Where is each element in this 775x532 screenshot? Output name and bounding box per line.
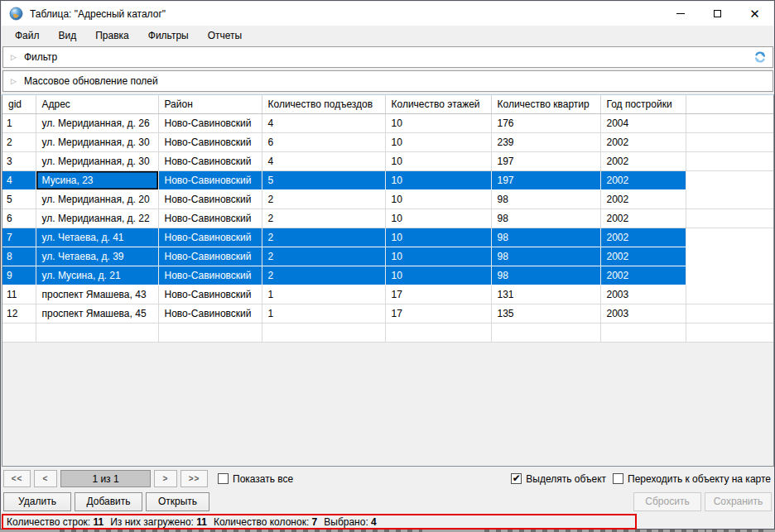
table-cell[interactable]: Мусина, 23 <box>36 170 158 189</box>
filter-panel-header[interactable]: ▷ Фильтр <box>2 46 773 68</box>
table-cell[interactable]: 2002 <box>600 151 686 170</box>
minimize-button[interactable] <box>662 2 699 26</box>
table-cell[interactable]: Ново-Савиновский <box>158 208 262 228</box>
table-cell[interactable]: 10 <box>385 170 491 189</box>
table-cell[interactable]: Ново-Савиновский <box>158 266 262 285</box>
table-cell[interactable]: 17 <box>385 304 491 323</box>
table-cell[interactable]: 6 <box>262 132 385 151</box>
table-cell[interactable]: ул. Меридианная, д. 22 <box>36 208 158 228</box>
table-cell[interactable]: Ново-Савиновский <box>158 304 262 323</box>
table-cell[interactable]: 8 <box>2 247 36 266</box>
close-button[interactable]: ✕ <box>736 2 773 26</box>
table-cell[interactable]: 3 <box>2 151 36 170</box>
table-cell[interactable]: 2 <box>2 132 36 151</box>
menu-item-2[interactable]: Правка <box>89 27 135 44</box>
show-all-checkbox[interactable] <box>218 473 229 484</box>
table-cell[interactable]: 10 <box>385 208 491 228</box>
table-cell[interactable] <box>36 323 158 342</box>
table-cell[interactable]: ул. Четаева, д. 39 <box>36 247 158 266</box>
column-header[interactable]: Адрес <box>36 95 158 113</box>
table-cell[interactable]: 10 <box>385 113 491 132</box>
table-cell[interactable]: 2003 <box>600 304 686 323</box>
table-cell[interactable]: 135 <box>491 304 600 323</box>
table-cell[interactable]: ул. Меридианная, д. 26 <box>36 113 158 132</box>
table-cell[interactable]: 17 <box>385 285 491 304</box>
menu-item-4[interactable]: Отчеты <box>202 27 248 44</box>
add-button[interactable]: Добавить <box>75 492 142 511</box>
save-button[interactable]: Сохранить <box>705 492 772 511</box>
table-cell[interactable]: Ново-Савиновский <box>158 189 262 208</box>
column-header[interactable]: Количество этажей <box>385 95 491 113</box>
table-cell[interactable]: ул. Четаева, д. 41 <box>36 228 158 247</box>
table-cell[interactable]: проспект Ямашева, 43 <box>36 285 158 304</box>
table-cell[interactable]: 9 <box>2 266 36 285</box>
column-header[interactable]: Количество квартир <box>491 95 600 113</box>
table-cell[interactable]: 2 <box>262 266 385 285</box>
column-header[interactable]: Количество подъездов <box>262 95 385 113</box>
open-button[interactable]: Открыть <box>146 492 209 511</box>
table-cell[interactable] <box>2 323 36 342</box>
table-cell[interactable]: Ново-Савиновский <box>158 132 262 151</box>
table-cell[interactable]: 4 <box>262 151 385 170</box>
table-cell[interactable]: 2002 <box>600 189 686 208</box>
table-cell[interactable]: Ново-Савиновский <box>158 170 262 189</box>
next-page-button[interactable]: > <box>154 470 177 487</box>
table-cell[interactable]: 11 <box>2 285 36 304</box>
table-cell[interactable]: 2002 <box>600 132 686 151</box>
table-cell[interactable]: 12 <box>2 304 36 323</box>
table-cell[interactable]: 1 <box>262 304 385 323</box>
table-cell[interactable]: 98 <box>491 208 600 228</box>
table-cell[interactable]: 4 <box>2 170 36 189</box>
table-cell[interactable]: 98 <box>491 228 600 247</box>
table-cell[interactable]: 98 <box>491 189 600 208</box>
table-cell[interactable]: 10 <box>385 151 491 170</box>
table-cell[interactable]: 2004 <box>600 113 686 132</box>
delete-button[interactable]: Удалить <box>3 492 71 511</box>
table-cell[interactable]: 5 <box>262 170 385 189</box>
table-cell[interactable]: Ново-Савиновский <box>158 285 262 304</box>
table-cell[interactable]: ул. Меридианная, д. 30 <box>36 151 158 170</box>
table-cell[interactable]: 7 <box>2 228 36 247</box>
table-cell[interactable]: 10 <box>385 132 491 151</box>
menu-item-1[interactable]: Вид <box>53 27 83 44</box>
table-cell[interactable]: 197 <box>491 151 600 170</box>
column-header[interactable]: gid <box>2 95 36 113</box>
column-header[interactable]: Район <box>158 95 262 113</box>
table-cell[interactable]: 10 <box>385 228 491 247</box>
column-header[interactable]: Год постройки <box>600 95 686 113</box>
highlight-object-checkbox[interactable]: ✔ <box>511 473 522 484</box>
table-cell[interactable]: Ново-Савиновский <box>158 151 262 170</box>
table-cell[interactable]: Ново-Савиновский <box>158 113 262 132</box>
table-cell[interactable]: 1 <box>2 113 36 132</box>
maximize-button[interactable] <box>699 2 736 26</box>
table-cell[interactable]: 4 <box>262 113 385 132</box>
table-cell[interactable] <box>600 323 686 342</box>
table-cell[interactable]: Ново-Савиновский <box>158 228 262 247</box>
menu-item-3[interactable]: Фильтры <box>142 27 195 44</box>
table-cell[interactable]: 2 <box>262 208 385 228</box>
table-cell[interactable]: проспект Ямашева, 45 <box>36 304 158 323</box>
table-cell[interactable]: ул. Меридианная, д. 20 <box>36 189 158 208</box>
table-cell[interactable]: 10 <box>385 189 491 208</box>
table-cell[interactable]: 2002 <box>600 208 686 228</box>
table-cell[interactable]: 2 <box>262 189 385 208</box>
table-cell[interactable]: 2 <box>262 247 385 266</box>
table-cell[interactable] <box>491 323 600 342</box>
table-cell[interactable] <box>262 323 385 342</box>
table-cell[interactable]: 98 <box>491 247 600 266</box>
table-cell[interactable]: 5 <box>2 189 36 208</box>
table-cell[interactable]: 10 <box>385 247 491 266</box>
table-cell[interactable]: 2002 <box>600 170 686 189</box>
menu-item-0[interactable]: Файл <box>9 27 46 44</box>
table-cell[interactable]: 2002 <box>600 266 686 285</box>
mass-update-panel-header[interactable]: ▷ Массовое обновление полей <box>2 70 773 92</box>
table-cell[interactable]: 1 <box>262 285 385 304</box>
table-cell[interactable]: Ново-Савиновский <box>158 247 262 266</box>
first-page-button[interactable]: << <box>3 470 31 487</box>
table-cell[interactable]: 2003 <box>600 285 686 304</box>
table-cell[interactable]: 10 <box>385 266 491 285</box>
table-cell[interactable]: 6 <box>2 208 36 228</box>
reset-button[interactable]: Сбросить <box>633 492 701 511</box>
table-cell[interactable] <box>385 323 491 342</box>
table-cell[interactable]: ул. Меридианная, д. 30 <box>36 132 158 151</box>
